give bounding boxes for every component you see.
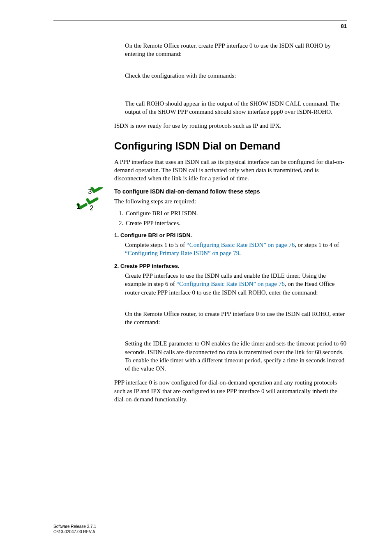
- body-paragraph: A PPP interface that uses an ISDN call a…: [114, 158, 347, 183]
- text-span: , or steps 1 to 4 of: [295, 242, 339, 248]
- body-paragraph: The call ROHO should appear in the outpu…: [125, 99, 347, 116]
- svg-text:2: 2: [90, 204, 93, 212]
- body-paragraph: The following steps are required:: [114, 197, 347, 205]
- svg-text:1: 1: [76, 203, 80, 210]
- step-heading: 1. Configure BRI or PRI ISDN.: [114, 232, 347, 238]
- step-heading: 2. Create PPP interfaces.: [114, 263, 347, 269]
- body-paragraph: ISDN is now ready for use by routing pro…: [114, 122, 347, 130]
- body-paragraph: Complete steps 1 to 5 of “Configuring Ba…: [125, 241, 347, 258]
- footer-line: Software Release 2.7.1: [53, 524, 96, 530]
- body-paragraph: Setting the IDLE parameter to ON enables…: [125, 339, 347, 373]
- text-span: .: [239, 250, 241, 256]
- body-paragraph: PPP interface 0 is now configured for di…: [114, 378, 347, 403]
- procedure-heading: To configure ISDN dial-on-demand follow …: [114, 188, 347, 195]
- text-span: Complete steps 1 to 5 of: [125, 242, 187, 248]
- body-paragraph: On the Remote Office router, create PPP …: [125, 41, 347, 58]
- footer-line: C613-02047-00 REV A: [53, 530, 96, 535]
- list-item: Configure BRI or PRI ISDN.: [125, 208, 347, 218]
- cross-reference-link[interactable]: “Configuring Primary Rate ISDN” on page …: [125, 250, 239, 256]
- body-paragraph: On the Remote Office router, to create P…: [125, 310, 347, 327]
- page-number: 81: [53, 21, 347, 29]
- page-header: 81: [53, 21, 347, 29]
- steps-overview-list: Configure BRI or PRI ISDN. Create PPP in…: [114, 208, 347, 228]
- list-item: Create PPP interfaces.: [125, 218, 347, 228]
- cross-reference-link[interactable]: “Configuring Basic Rate ISDN” on page 76: [187, 242, 295, 248]
- body-paragraph: Create PPP interfaces to use the ISDN ca…: [125, 272, 347, 297]
- cross-reference-link[interactable]: “Configuring Basic Rate ISDN” on page 76: [176, 281, 284, 287]
- procedure-icon: 3 2 1: [76, 187, 106, 215]
- section-heading: Configuring ISDN Dial on Demand: [114, 140, 347, 152]
- page-footer: Software Release 2.7.1 C613-02047-00 REV…: [53, 524, 96, 534]
- body-paragraph: Check the configuration with the command…: [125, 71, 347, 80]
- svg-text:3: 3: [88, 188, 92, 196]
